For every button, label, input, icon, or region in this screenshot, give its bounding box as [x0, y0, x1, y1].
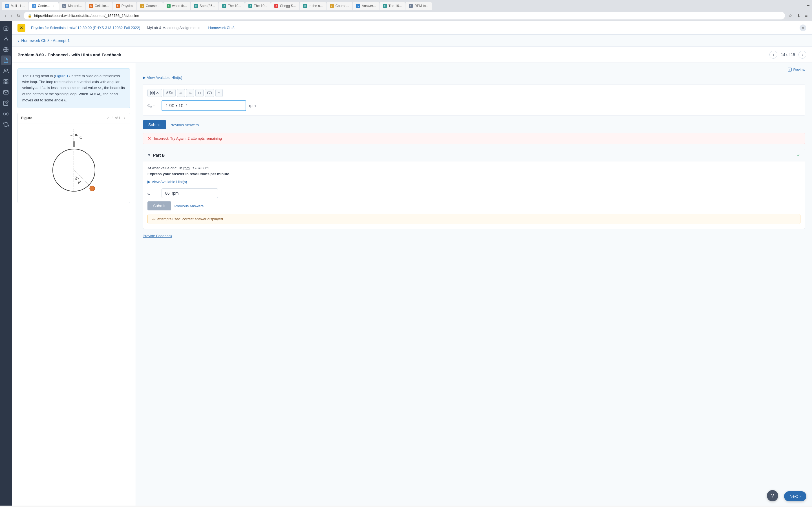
tab-close-btn[interactable]: × — [51, 4, 55, 8]
sidebar-icon-edit[interactable] — [1, 98, 11, 108]
the10b-tab-favicon: C — [248, 4, 252, 8]
mylab-nav-link[interactable]: MyLab & Mastering Assignments — [146, 25, 201, 30]
sidebar-icon-tools[interactable] — [1, 109, 11, 119]
tab-chegg[interactable]: C Chegg S... — [271, 2, 299, 10]
svg-point-17 — [90, 186, 95, 191]
star-btn[interactable]: ☆ — [787, 12, 794, 19]
homework-nav-link[interactable]: Homework Ch 8 — [207, 25, 236, 30]
part-b-question: At what value of ω, in rpm, is θ = 30°? — [147, 166, 801, 170]
prev-problem-btn[interactable]: ‹ — [769, 51, 777, 59]
svg-rect-24 — [153, 94, 154, 95]
tab-rpm[interactable]: ≡ RPM to... — [405, 2, 432, 10]
sidebar-icon-person[interactable] — [1, 34, 11, 44]
sidebar-icon-group[interactable] — [1, 66, 11, 76]
next-btn[interactable]: Next › — [784, 491, 806, 501]
sidebar-icon-sync[interactable] — [1, 120, 11, 129]
refresh-math-btn[interactable]: ↻ — [195, 89, 204, 97]
sqrt-icon — [156, 91, 160, 95]
fig-prev-btn[interactable]: ‹ — [106, 115, 110, 121]
answer-label-a: ωc = — [147, 103, 159, 108]
tab-inthe[interactable]: C In the a... — [300, 2, 326, 10]
new-tab-button[interactable]: + — [804, 3, 812, 10]
sidebar-icon-home[interactable] — [1, 23, 11, 33]
answer-box-part-a: ΑΣφ ↩ ↪ ↻ — [143, 84, 805, 116]
problem-text: The 10 mg bead in (Figure 1) is free to … — [22, 73, 125, 103]
rpm-tab-favicon: ≡ — [409, 4, 413, 8]
inthe-tab-label: In the a... — [309, 4, 323, 8]
svg-point-8 — [5, 113, 7, 115]
help-icon: ? — [218, 91, 220, 95]
problem-nav: ‹ 14 of 15 › — [769, 51, 806, 59]
top-nav-close-btn[interactable]: ✕ — [800, 24, 806, 31]
submit-btn-a[interactable]: Submit — [143, 120, 166, 129]
tab-when[interactable]: G when th... — [163, 2, 190, 10]
sidebar-icon-grid[interactable] — [1, 77, 11, 87]
tab-sam[interactable]: C Sam (85... — [191, 2, 218, 10]
attempt-title[interactable]: Homework Ch 8 - Attempt 1 — [21, 38, 70, 43]
svg-rect-7 — [4, 82, 6, 84]
sam-tab-favicon: C — [194, 4, 198, 8]
redo-btn[interactable]: ↪ — [186, 89, 194, 97]
when-tab-favicon: G — [167, 4, 170, 8]
part-a-hint-link[interactable]: ▶ View Available Hint(s) — [143, 75, 805, 80]
tab-the10a[interactable]: C The 10... — [219, 2, 245, 10]
part-b-header-left: ▼ Part B — [147, 153, 165, 158]
tab-course[interactable]: ★ Course... — [137, 2, 163, 10]
undo-btn[interactable]: ↩ — [177, 89, 185, 97]
prev-answers-link-a[interactable]: Previous Answers — [170, 123, 199, 127]
review-link[interactable]: Review — [143, 67, 805, 72]
tab-physics2[interactable]: B Physics — [112, 2, 137, 10]
submit-row-a: Submit Previous Answers — [143, 120, 805, 129]
prev-answers-link-b[interactable]: Previous Answers — [174, 204, 204, 208]
submit-btn-b[interactable]: Submit — [147, 202, 171, 210]
tab-cellular[interactable]: B Cellular... — [86, 2, 112, 10]
matrix-icon — [150, 91, 155, 96]
physics2-tab-favicon: B — [116, 4, 120, 8]
tab-the10c[interactable]: C The 10... — [379, 2, 405, 10]
fig-next-btn[interactable]: › — [123, 115, 126, 121]
left-panel: The 10 mg bead in (Figure 1) is free to … — [12, 63, 136, 506]
figure-1-link[interactable]: Figure 1 — [55, 74, 68, 78]
provide-feedback-link[interactable]: Provide Feedback — [143, 234, 172, 238]
back-browser-btn[interactable]: ‹ — [3, 12, 7, 19]
tab-course2[interactable]: ★ Course... — [326, 2, 353, 10]
next-problem-btn[interactable]: › — [799, 51, 806, 59]
svg-rect-23 — [153, 91, 154, 93]
svg-rect-4 — [4, 80, 6, 81]
download-btn[interactable]: ⬇ — [796, 12, 802, 19]
yellow-close-btn[interactable]: ✕ — [17, 24, 26, 32]
the10b-tab-label: The 10... — [254, 4, 267, 8]
sidebar-icon-globe[interactable] — [1, 45, 11, 54]
answer-input-a[interactable] — [161, 100, 246, 111]
page-wrapper: ✕ Physics for Scientists I mtwf 12:30:00… — [0, 21, 812, 506]
sidebar-icon-mail[interactable] — [1, 88, 11, 97]
course-title[interactable]: Physics for Scientists I mtwf 12:30:00 (… — [31, 25, 140, 30]
menu-btn[interactable]: ≡ — [804, 12, 809, 19]
keyboard-btn[interactable] — [205, 89, 214, 97]
part-b-hint-link[interactable]: ▶ View Available Hint(s) — [147, 179, 801, 184]
part-b-header[interactable]: ▼ Part B ✓ — [143, 149, 805, 161]
sidebar-icon-document[interactable] — [1, 55, 11, 65]
answer-input-b[interactable] — [161, 188, 218, 198]
problem-text-box: The 10 mg bead in (Figure 1) is free to … — [17, 68, 130, 108]
back-arrow-icon[interactable]: ‹ — [17, 38, 19, 43]
help-circle-btn[interactable]: ? — [767, 490, 778, 501]
the10c-tab-label: The 10... — [389, 4, 402, 8]
sigma-btn[interactable]: ΑΣφ — [163, 89, 175, 97]
tab-mastering[interactable]: M Masteri... — [59, 2, 85, 10]
forward-browser-btn[interactable]: › — [9, 12, 13, 19]
figure-svg: ω R θ — [46, 128, 102, 198]
refresh-browser-btn[interactable]: ↻ — [15, 12, 21, 19]
address-bar[interactable]: 🔒 https://blackboard.wichita.edu/ultra/c… — [24, 12, 785, 19]
course-tab-label: Course... — [146, 4, 160, 8]
part-b-body: At what value of ω, in rpm, is θ = 30°? … — [143, 161, 805, 229]
tab-answers[interactable]: b Answer... — [353, 2, 379, 10]
tab-content[interactable]: C Conte... × — [29, 2, 59, 10]
refresh-icon: ↻ — [198, 91, 201, 95]
main-content: ✕ Physics for Scientists I mtwf 12:30:00… — [12, 21, 812, 506]
tab-mail[interactable]: ✉ Mail - H... — [2, 2, 29, 10]
help-math-btn[interactable]: ? — [215, 89, 222, 97]
svg-text:θ: θ — [75, 177, 77, 181]
matrix-btn[interactable] — [147, 89, 162, 97]
tab-the10b[interactable]: C The 10... — [245, 2, 271, 10]
